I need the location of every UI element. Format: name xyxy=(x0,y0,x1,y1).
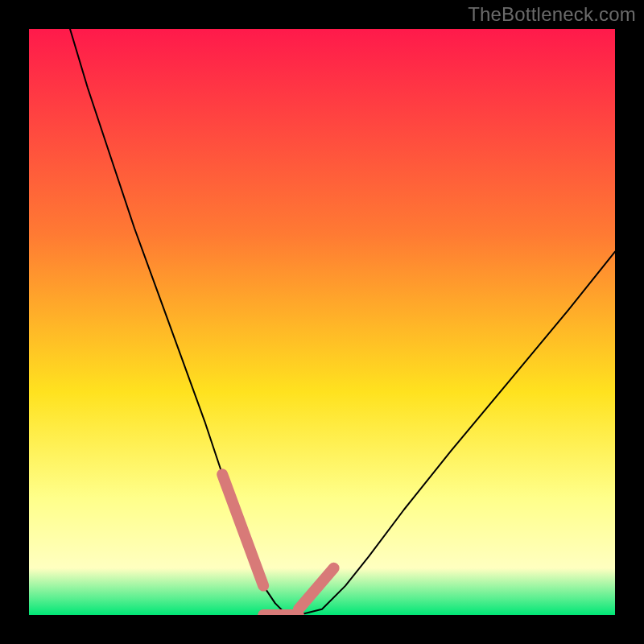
background-gradient xyxy=(29,29,615,615)
chart-frame: TheBottleneck.com xyxy=(0,0,644,644)
watermark-text: TheBottleneck.com xyxy=(468,3,636,26)
plot-area xyxy=(29,29,615,615)
plot-svg xyxy=(29,29,615,615)
